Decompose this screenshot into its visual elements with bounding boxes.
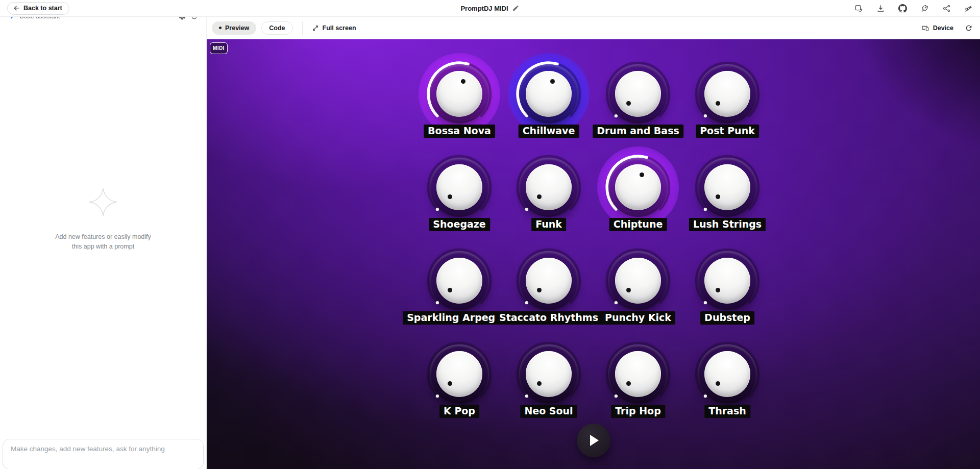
knob-face[interactable] <box>704 351 750 397</box>
prompt-label-k-pop[interactable]: K Pop <box>439 405 479 418</box>
prompt-cell-k-pop: K Pop <box>415 332 504 426</box>
device-button[interactable]: Device <box>921 24 953 32</box>
tab-code-label: Code <box>269 24 285 32</box>
github-icon[interactable] <box>898 4 907 13</box>
reload-preview-icon[interactable] <box>965 24 973 32</box>
prompt-cell-shoegaze: Shoegaze <box>415 145 504 239</box>
knob-chiptune[interactable] <box>597 146 679 228</box>
prompt-label-drum-and-bass[interactable]: Drum and Bass <box>593 125 683 138</box>
blue-spark-icon <box>8 17 15 20</box>
knob-indicator-dot <box>448 288 452 292</box>
api-key-disabled-icon[interactable] <box>964 4 973 13</box>
assistant-empty-state: Add new features or easily modify this a… <box>0 28 206 457</box>
refresh-icon[interactable] <box>190 17 198 20</box>
code-assistant-panel: Code assistant Add new features or easil… <box>0 17 207 469</box>
device-label: Device <box>933 24 953 32</box>
knob-face[interactable] <box>704 164 750 210</box>
prompt-label-neo-soul[interactable]: Neo Soul <box>520 405 577 418</box>
knob-staccato-rhythms[interactable] <box>508 240 590 322</box>
knob-face[interactable] <box>526 351 572 397</box>
tab-code[interactable]: Code <box>261 21 292 35</box>
prompt-label-lush-strings[interactable]: Lush Strings <box>689 218 766 231</box>
play-icon <box>586 432 601 449</box>
knob-k-pop[interactable] <box>419 333 500 415</box>
prompt-cell-trip-hop: Trip Hop <box>594 332 683 426</box>
prompt-cell-chiptune: Chiptune <box>594 145 683 239</box>
knob-lush-strings[interactable] <box>687 146 768 228</box>
knob-trip-hop[interactable] <box>597 333 679 415</box>
knob-indicator-dot <box>550 79 555 84</box>
knob-indicator-dot <box>461 79 465 84</box>
prompt-cell-post-punk: Post Punk <box>683 52 772 145</box>
knob-punchy-kick[interactable] <box>597 240 679 322</box>
tab-preview-label: Preview <box>225 24 249 32</box>
prompt-label-thrash[interactable]: Thrash <box>704 405 750 418</box>
back-to-start-button[interactable]: Back to start <box>7 2 69 15</box>
knob-face[interactable] <box>526 164 572 210</box>
knob-face[interactable] <box>526 258 572 304</box>
prompt-label-bossa-nova[interactable]: Bossa Nova <box>424 125 495 138</box>
prompt-label-shoegaze[interactable]: Shoegaze <box>429 218 490 231</box>
knob-indicator-dot <box>537 194 542 199</box>
settings-gear-icon[interactable] <box>178 17 186 20</box>
knob-dubstep[interactable] <box>687 240 768 322</box>
prompt-label-staccato-rhythms[interactable]: Staccato Rhythms <box>495 311 602 325</box>
knob-face[interactable] <box>436 164 482 210</box>
prompt-cell-chillwave: Chillwave <box>504 52 594 145</box>
knob-bossa-nova[interactable] <box>419 53 500 135</box>
download-icon[interactable] <box>876 4 885 13</box>
knob-drum-and-bass[interactable] <box>597 53 679 135</box>
knob-face[interactable] <box>615 351 661 397</box>
prompt-cell-funk: Funk <box>504 145 594 239</box>
share-icon[interactable] <box>942 4 951 13</box>
prompt-label-chiptune[interactable]: Chiptune <box>609 218 667 231</box>
prompt-cell-thrash: Thrash <box>683 332 772 426</box>
device-icon <box>921 24 929 32</box>
fullscreen-button[interactable]: Full screen <box>312 24 356 32</box>
assistant-header-label: Code assistant <box>19 17 60 20</box>
knob-face[interactable] <box>704 258 750 304</box>
fullscreen-expand-icon <box>312 24 319 32</box>
fullscreen-label: Full screen <box>323 24 356 32</box>
knob-face[interactable] <box>436 258 482 304</box>
edit-title-pencil-icon[interactable] <box>512 5 520 12</box>
midi-badge[interactable]: MIDI <box>210 42 228 54</box>
play-button[interactable] <box>577 424 610 457</box>
prompt-knob-grid: Bossa NovaChillwaveDrum and BassPost Pun… <box>415 52 772 426</box>
page-title: PromptDJ MIDI <box>460 5 508 12</box>
knob-face[interactable] <box>615 164 661 210</box>
knob-face[interactable] <box>436 351 482 397</box>
prompt-label-chillwave[interactable]: Chillwave <box>519 125 579 138</box>
prompt-label-punchy-kick[interactable]: Punchy Kick <box>601 311 675 325</box>
sparkle-outline-icon <box>88 187 118 217</box>
assistant-prompt-input[interactable] <box>3 439 203 469</box>
knob-thrash[interactable] <box>687 333 768 415</box>
prompt-cell-staccato-rhythms: Staccato Rhythms <box>504 239 594 332</box>
knob-funk[interactable] <box>508 146 590 228</box>
knob-chillwave[interactable] <box>508 53 590 135</box>
preview-toolbar: Preview Code Full screen <box>207 17 980 39</box>
knob-post-punk[interactable] <box>687 53 768 135</box>
knob-indicator-dot <box>716 101 720 106</box>
top-bar: Back to start PromptDJ MIDI <box>0 0 980 17</box>
prompt-label-funk[interactable]: Funk <box>531 218 566 231</box>
knob-face[interactable] <box>704 71 750 117</box>
knob-face[interactable] <box>436 71 482 117</box>
prompt-label-trip-hop[interactable]: Trip Hop <box>611 405 665 418</box>
topbar-actions <box>854 4 973 13</box>
knob-face[interactable] <box>615 71 661 117</box>
back-button-label: Back to start <box>23 5 62 12</box>
knob-face[interactable] <box>526 71 572 117</box>
deploy-rocket-icon[interactable] <box>920 4 929 13</box>
tab-preview[interactable]: Preview <box>212 21 256 35</box>
knob-neo-soul[interactable] <box>508 333 590 415</box>
prompt-cell-bossa-nova: Bossa Nova <box>415 52 504 145</box>
prompt-cell-punchy-kick: Punchy Kick <box>594 239 683 332</box>
prompt-label-dubstep[interactable]: Dubstep <box>700 311 754 325</box>
knob-sparkling-arpegg[interactable] <box>419 240 500 322</box>
knob-shoegaze[interactable] <box>419 146 500 228</box>
save-version-icon[interactable] <box>854 4 863 13</box>
prompt-label-post-punk[interactable]: Post Punk <box>696 125 759 138</box>
app-preview-frame: MIDI Bossa NovaChillwaveDrum and BassPos… <box>207 39 980 469</box>
knob-face[interactable] <box>615 258 661 304</box>
